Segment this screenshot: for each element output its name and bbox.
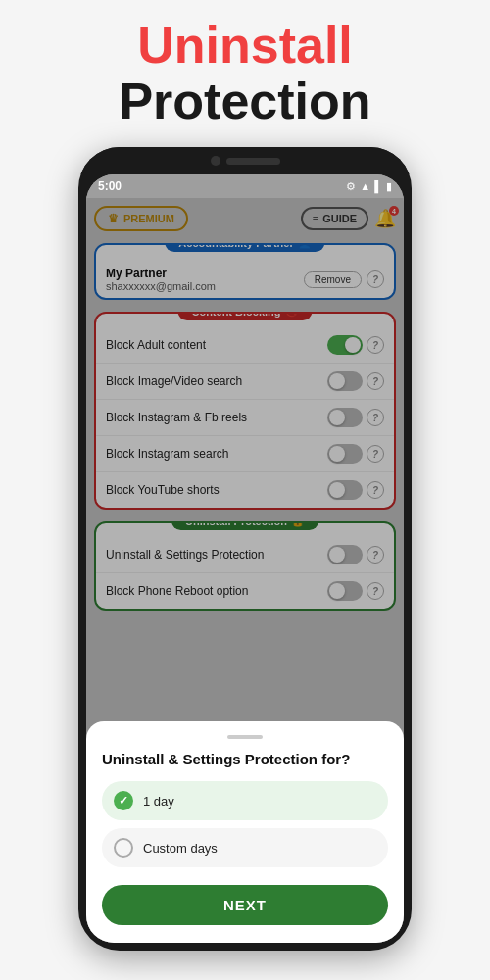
battery-icon: ▮ — [386, 180, 392, 193]
phone-shell: 5:00 ⚙ ▲ ▌ ▮ ♛ PREMIUM ≡ GUIDE — [78, 147, 412, 951]
check-icon: ✓ — [119, 794, 128, 808]
option-row-1day[interactable]: ✓ 1 day — [102, 781, 388, 820]
wifi-icon: ▲ — [360, 180, 370, 192]
header-line1: Uninstall — [0, 18, 490, 74]
app-content: ♛ PREMIUM ≡ GUIDE 🔔 4 — [86, 198, 404, 943]
next-button[interactable]: NEXT — [102, 885, 388, 925]
phone-screen: 5:00 ⚙ ▲ ▌ ▮ ♛ PREMIUM ≡ GUIDE — [86, 174, 404, 943]
bottom-sheet: Uninstall & Settings Protection for? ✓ 1… — [86, 721, 404, 943]
radio-custom — [114, 838, 133, 858]
page-header: Uninstall Protection — [0, 0, 490, 139]
signal-icon: ▌ — [374, 180, 382, 192]
header-line2: Protection — [0, 74, 490, 129]
option-label-1day: 1 day — [143, 794, 174, 808]
status-icons: ⚙ ▲ ▌ ▮ — [346, 180, 392, 193]
phone-top-bar — [78, 147, 412, 174]
camera-dot — [211, 156, 220, 166]
radio-1day: ✓ — [114, 791, 133, 810]
settings-icon: ⚙ — [346, 180, 356, 193]
option-row-custom[interactable]: Custom days — [102, 828, 388, 867]
option-label-custom: Custom days — [143, 841, 218, 856]
speaker-bar — [226, 158, 280, 165]
sheet-title: Uninstall & Settings Protection for? — [102, 751, 388, 767]
status-time: 5:00 — [98, 179, 122, 193]
status-bar: 5:00 ⚙ ▲ ▌ ▮ — [86, 174, 404, 198]
sheet-handle — [227, 735, 263, 739]
